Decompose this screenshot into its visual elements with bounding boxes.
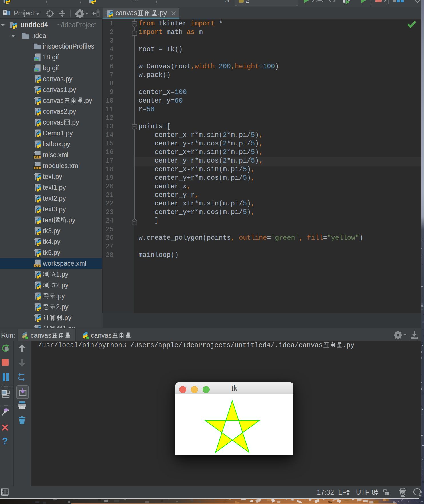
svg-text:T: T [386,493,388,495]
